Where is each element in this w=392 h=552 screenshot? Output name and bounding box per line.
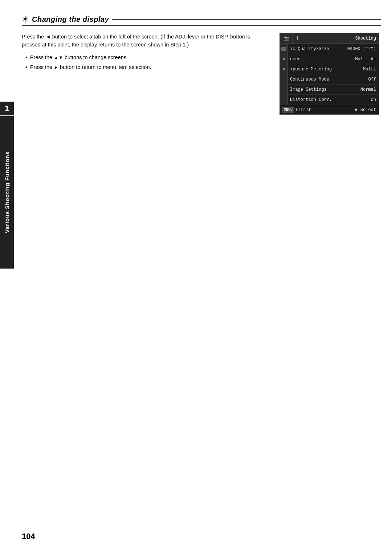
row-label-6: Distortion Corr. xyxy=(288,97,371,102)
body-paragraph: Press the ◄ button to select a tab on th… xyxy=(22,33,269,49)
row-value-2: Multi AF xyxy=(355,57,379,62)
row-indicator-1 xyxy=(280,44,288,54)
bullet-item-1: Press the ▲▼ buttons to change screens. xyxy=(25,53,269,62)
row-label-4: Continuous Mode xyxy=(288,77,368,82)
row-value-4: Off xyxy=(368,77,379,82)
chapter-number: 1 xyxy=(0,102,14,115)
menu-row-2: ocus Multi AF xyxy=(280,54,379,64)
row-indicator-3 xyxy=(280,64,288,74)
side-tab-label: Various Shooting Functions xyxy=(4,151,10,233)
row-value-5: Normal xyxy=(360,87,379,92)
row-indicator-2 xyxy=(280,54,288,64)
bullet2-suffix: button to return to menu item selection. xyxy=(60,63,151,71)
menu-tab-bar: 📷 ℹ Shooting xyxy=(280,33,379,44)
row-indicator-6 xyxy=(280,95,288,105)
row-value-3: Multi xyxy=(363,67,379,72)
camera-tab-icon: 📷 xyxy=(283,36,289,41)
menu-tab-info: ℹ xyxy=(293,33,302,44)
menu-row-5: Image Settings Normal xyxy=(280,85,379,95)
footer-select-label: ► Select xyxy=(355,107,376,113)
camera-menu: 📷 ℹ Shooting ic Quality/Size N4000 (12M xyxy=(279,33,379,115)
row-label-1: ic Quality/Size xyxy=(288,46,347,52)
menu-tab-camera: 📷 xyxy=(280,33,293,44)
menu-row-1: ic Quality/Size N4000 (12M) xyxy=(280,44,379,54)
menu-row-4: Continuous Mode Off xyxy=(280,74,379,85)
info-tab-icon: ℹ xyxy=(297,36,298,41)
row-label-3: xposure Metering xyxy=(288,67,363,72)
main-content: ☀ Changing the display Press the ◄ butto… xyxy=(22,15,381,115)
row-indicator-5 xyxy=(280,85,288,94)
row-label-5: Image Settings xyxy=(288,87,360,92)
page-number: 104 xyxy=(22,532,35,541)
section-title-row: ☀ Changing the display xyxy=(22,15,381,26)
row-value-1: N4000 (12M) xyxy=(347,46,379,52)
content-columns: Press the ◄ button to select a tab on th… xyxy=(22,33,381,115)
bullet2-prefix: Press the xyxy=(30,63,52,71)
menu-btn: MENU xyxy=(282,107,294,113)
menu-row-3: xposure Metering Multi xyxy=(280,64,379,74)
indicator-dot-2 xyxy=(283,58,285,60)
bullet-list: Press the ▲▼ buttons to change screens. … xyxy=(22,53,269,71)
section-title: Changing the display xyxy=(32,15,109,24)
row-value-6: On xyxy=(371,97,379,102)
bullet1-prefix: Press the xyxy=(30,53,52,62)
indicator-dot-3 xyxy=(283,68,285,70)
menu-footer: MENU Finish ► Select xyxy=(280,105,379,114)
menu-rows: ic Quality/Size N4000 (12M) ocus Multi A… xyxy=(280,44,379,105)
side-tab: Various Shooting Functions xyxy=(0,116,14,269)
lightbulb-icon: ☀ xyxy=(22,15,29,24)
left-column: Press the ◄ button to select a tab on th… xyxy=(22,33,269,73)
menu-row-6: Distortion Corr. On xyxy=(280,95,379,105)
indicator-icon-1 xyxy=(281,47,286,51)
arrow-right-icon: ► xyxy=(54,64,58,71)
bullet1-suffix: buttons to change screens. xyxy=(65,53,128,62)
bullet-item-2: Press the ► button to return to menu ite… xyxy=(25,63,269,71)
row-label-2: ocus xyxy=(288,57,355,62)
camera-menu-screenshot: 📷 ℹ Shooting ic Quality/Size N4000 (12M xyxy=(279,33,381,115)
row-indicator-4 xyxy=(280,74,288,84)
title-divider xyxy=(112,19,381,20)
arrow-up-down-icon: ▲▼ xyxy=(54,54,63,62)
menu-shooting-label: Shooting xyxy=(352,33,379,44)
footer-finish-label: Finish xyxy=(296,107,311,113)
